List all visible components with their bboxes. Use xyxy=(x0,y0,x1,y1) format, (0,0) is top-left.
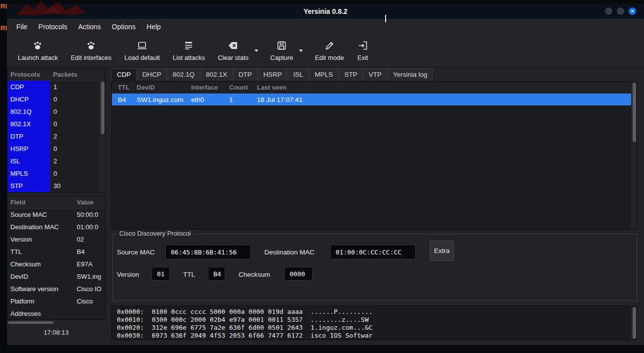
clear-stats-group: Clear stats xyxy=(213,38,262,63)
packet-count: 30 xyxy=(50,182,105,190)
protocol-tabs: CDP DHCP 802.1Q 802.1X DTP HSRP ISL MPLS… xyxy=(111,68,637,81)
tab-yersinia-log[interactable]: Yersinia log xyxy=(388,68,433,81)
field-row[interactable]: Version02 xyxy=(7,233,105,246)
source-mac-field[interactable]: 06:45:8B:6B:41:56 xyxy=(165,245,251,259)
toolbar: Launch attack Edit interfaces Load defau… xyxy=(7,35,644,67)
tab-vtp[interactable]: VTP xyxy=(363,68,387,81)
col-protocols[interactable]: Protocols xyxy=(7,71,50,78)
toolbar-label: Clear stats xyxy=(218,54,248,61)
col-devid[interactable]: DevID xyxy=(131,84,185,91)
tab-8021q[interactable]: 802.1Q xyxy=(167,68,200,81)
tab-hsrp[interactable]: HSRP xyxy=(258,68,288,81)
packet-count: 0 xyxy=(50,96,105,103)
exit-icon xyxy=(357,40,369,51)
field-row[interactable]: Source MAC50:00:0 xyxy=(7,208,105,221)
scrollbar-thumb[interactable] xyxy=(633,83,636,142)
ttl-field[interactable]: B4 xyxy=(208,267,225,281)
protocol-row[interactable]: ISL2 xyxy=(7,155,105,167)
field-row[interactable]: Addresses xyxy=(7,307,105,320)
toolbar-label: Exit xyxy=(357,54,368,61)
hexdump-panel[interactable]: 0x0000: 0100 0ccc cccc 5000 000a 0000 01… xyxy=(111,305,637,340)
tab-isl[interactable]: ISL xyxy=(288,68,308,81)
col-value[interactable]: Value xyxy=(74,199,105,206)
capture-button[interactable]: Capture xyxy=(265,38,298,63)
launch-attack-button[interactable]: Launch attack xyxy=(13,38,63,63)
col-interface[interactable]: Interface xyxy=(185,84,223,91)
protocol-row[interactable]: CDP1 xyxy=(7,81,105,93)
protocols-scrollbar[interactable] xyxy=(99,81,105,193)
col-last-seen[interactable]: Last seen xyxy=(251,84,637,91)
field-row[interactable]: Software versionCisco IO xyxy=(7,283,105,295)
menubar: File Protocols Actions Options Help xyxy=(7,19,644,35)
protocol-row[interactable]: 802.1Q0 xyxy=(7,105,105,118)
edit-interfaces-button[interactable]: Edit interfaces xyxy=(66,38,116,63)
ttl-label: TTL xyxy=(183,271,195,278)
fields-panel-header: Field Value xyxy=(7,197,105,208)
fields-horizontal-scrollbar[interactable] xyxy=(7,321,105,324)
titlebar[interactable]: Yersinia 0.8.2 × xyxy=(7,4,644,19)
exit-button[interactable]: Exit xyxy=(352,38,374,63)
field-value: B4 xyxy=(74,248,105,255)
capture-group: Capture xyxy=(265,38,307,63)
packet-count: 0 xyxy=(50,170,105,177)
hex-line: 0x0030: 6973 636f 2049 4f53 2053 6f66 74… xyxy=(117,332,630,340)
menu-protocols[interactable]: Protocols xyxy=(33,20,73,34)
tab-stp[interactable]: STP xyxy=(339,68,362,81)
version-field[interactable]: 01 xyxy=(151,267,170,281)
close-button[interactable]: × xyxy=(629,7,636,15)
tab-dtp[interactable]: DTP xyxy=(233,68,257,81)
desktop-text-fragment: RI xyxy=(0,24,7,32)
cell-interface: eth0 xyxy=(185,96,223,103)
dest-mac-field[interactable]: 01:00:0C:CC:CC:CC xyxy=(330,245,416,259)
col-packets[interactable]: Packets xyxy=(50,71,105,78)
checksum-field[interactable]: 0000 xyxy=(284,267,313,281)
hexdump-scrollbar[interactable] xyxy=(631,306,637,340)
hex-line: 0x0020: 312e 696e 6775 7a2e 636f 6d00 05… xyxy=(117,324,630,332)
protocol-row[interactable]: MPLS0 xyxy=(7,167,105,180)
packet-count: 0 xyxy=(50,145,105,152)
protocol-name: 802.1X xyxy=(7,118,50,130)
tab-mpls[interactable]: MPLS xyxy=(309,68,339,81)
hex-line: 0x0010: 0300 000c 2000 02b4 e97a 0001 00… xyxy=(117,316,630,324)
menu-actions[interactable]: Actions xyxy=(73,20,106,34)
col-count[interactable]: Count xyxy=(223,84,251,91)
scrollbar-thumb[interactable] xyxy=(633,307,636,339)
scrollbar-thumb[interactable] xyxy=(101,82,104,134)
field-row[interactable]: DevIDSW1.ing xyxy=(7,270,105,283)
packet-row[interactable]: B4 SW1.inguz.com eth0 1 18 Jul 17:07:41 xyxy=(112,94,637,105)
clear-stats-button[interactable]: Clear stats xyxy=(213,38,253,63)
protocol-row[interactable]: DTP2 xyxy=(7,130,105,143)
protocol-row[interactable]: HSRP0 xyxy=(7,143,105,155)
list-attacks-button[interactable]: List attacks xyxy=(168,38,210,63)
packet-table-scrollbar[interactable] xyxy=(631,82,637,229)
toolbar-label: Load default xyxy=(124,54,160,61)
col-field[interactable]: Field xyxy=(7,199,74,206)
field-row[interactable]: Destination MAC01:00:0 xyxy=(7,221,105,233)
maximize-button[interactable] xyxy=(617,7,624,15)
scrollbar-thumb[interactable] xyxy=(8,321,53,324)
tab-cdp[interactable]: CDP xyxy=(111,68,137,81)
menu-help[interactable]: Help xyxy=(141,20,166,34)
extra-button[interactable]: Extra xyxy=(430,241,454,261)
clear-stats-dropdown-icon[interactable] xyxy=(254,50,258,52)
menu-options[interactable]: Options xyxy=(106,20,141,34)
field-row[interactable]: TTLB4 xyxy=(7,246,105,258)
tab-dhcp[interactable]: DHCP xyxy=(137,68,167,81)
minimize-button[interactable] xyxy=(605,7,612,15)
field-row[interactable]: PlatformCisco xyxy=(7,295,105,307)
capture-dropdown-icon[interactable] xyxy=(299,50,303,52)
tab-8021x[interactable]: 802.1X xyxy=(200,68,233,81)
yersinia-window: Yersinia 0.8.2 × File Protocols Actions … xyxy=(7,4,644,345)
protocol-row[interactable]: 802.1X0 xyxy=(7,118,105,130)
field-value: 50:00:0 xyxy=(74,211,105,218)
edit-mode-button[interactable]: Edit mode xyxy=(310,38,349,63)
field-value: Cisco IO xyxy=(74,285,105,293)
hex-line: 0x0000: 0100 0ccc cccc 5000 000a 0000 01… xyxy=(117,308,630,316)
menu-file[interactable]: File xyxy=(11,20,33,34)
protocol-row[interactable]: STP30 xyxy=(7,180,105,192)
protocol-row[interactable]: DHCP0 xyxy=(7,93,105,105)
load-default-button[interactable]: Load default xyxy=(119,38,165,63)
col-ttl[interactable]: TTL xyxy=(112,84,131,91)
field-value: 02 xyxy=(74,236,105,243)
field-row[interactable]: ChecksumE97A xyxy=(7,258,105,270)
